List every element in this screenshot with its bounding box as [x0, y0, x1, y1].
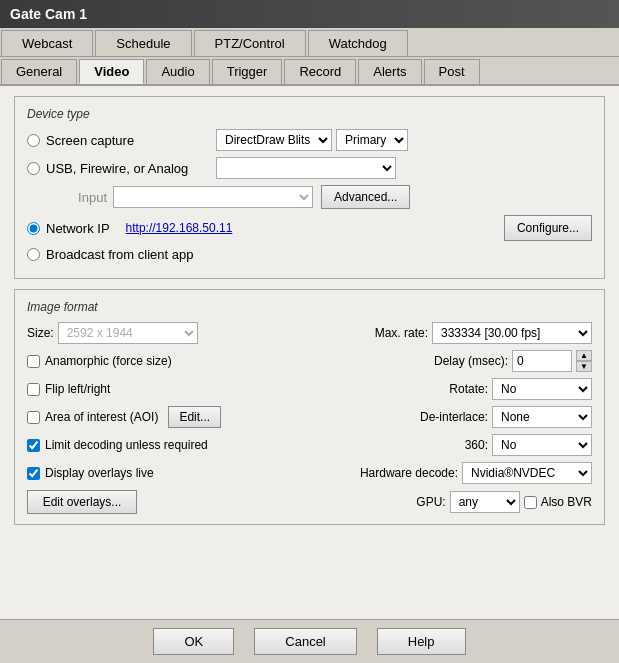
broadcast-row: Broadcast from client app — [27, 247, 592, 262]
delay-up-btn[interactable]: ▲ — [576, 350, 592, 361]
also-bvr-label: Also BVR — [541, 495, 592, 509]
size-label: Size: — [27, 326, 54, 340]
help-button[interactable]: Help — [377, 628, 466, 655]
image-format-title: Image format — [27, 300, 592, 314]
sub-tab-record[interactable]: Record — [284, 59, 356, 84]
deinterlace-label: De-interlace: — [420, 410, 488, 424]
usb-row: USB, Firewire, or Analog — [27, 157, 592, 179]
hw-decode-label: Hardware decode: — [360, 466, 458, 480]
network-ip-radio[interactable] — [27, 222, 40, 235]
flip-label: Flip left/right — [45, 382, 110, 396]
display-overlays-checkbox[interactable] — [27, 467, 40, 480]
content-area: Device type Screen capture DirectDraw Bl… — [0, 86, 619, 649]
main-tab-ptzcontrol[interactable]: PTZ/Control — [194, 30, 306, 56]
hw-decode-select[interactable]: Nvidia®NVDEC — [462, 462, 592, 484]
gpu-select[interactable]: any — [450, 491, 520, 513]
usb-label: USB, Firewire, or Analog — [46, 161, 206, 176]
directdraw-select[interactable]: DirectDraw Blits — [216, 129, 332, 151]
sub-tab-alerts[interactable]: Alerts — [358, 59, 421, 84]
configure-button[interactable]: Configure... — [504, 215, 592, 241]
display-overlays-label: Display overlays live — [45, 466, 154, 480]
main-tabs: Webcast Schedule PTZ/Control Watchdog — [0, 28, 619, 57]
anamorphic-checkbox[interactable] — [27, 355, 40, 368]
screen-capture-row: Screen capture DirectDraw Blits Primary — [27, 129, 592, 151]
sub-tabs: General Video Audio Trigger Record Alert… — [0, 57, 619, 86]
input-select[interactable] — [113, 186, 313, 208]
rotate-select[interactable]: No — [492, 378, 592, 400]
network-ip-row: Network IP http://192.168.50.11 Configur… — [27, 215, 592, 241]
sub-tab-post[interactable]: Post — [424, 59, 480, 84]
screen-capture-label: Screen capture — [46, 133, 206, 148]
edit-aoi-button[interactable]: Edit... — [168, 406, 221, 428]
primary-select[interactable]: Primary — [336, 129, 408, 151]
broadcast-label: Broadcast from client app — [46, 247, 206, 262]
limit-decoding-checkbox[interactable] — [27, 439, 40, 452]
advanced-button[interactable]: Advanced... — [321, 185, 410, 209]
max-rate-select[interactable]: 333334 [30.00 fps] — [432, 322, 592, 344]
device-type-section: Device type Screen capture DirectDraw Bl… — [14, 96, 605, 279]
size-select[interactable]: 2592 x 1944 — [58, 322, 198, 344]
broadcast-radio[interactable] — [27, 248, 40, 261]
title-bar: Gate Cam 1 — [0, 0, 619, 28]
anamorphic-label: Anamorphic (force size) — [45, 354, 172, 368]
delay-down-btn[interactable]: ▼ — [576, 361, 592, 372]
sub-tab-audio[interactable]: Audio — [146, 59, 209, 84]
ok-button[interactable]: OK — [153, 628, 234, 655]
flip-checkbox[interactable] — [27, 383, 40, 396]
device-type-title: Device type — [27, 107, 592, 121]
rotate-label: Rotate: — [449, 382, 488, 396]
usb-radio[interactable] — [27, 162, 40, 175]
gpu-label: GPU: — [416, 495, 445, 509]
image-format-section: Image format Size: 2592 x 1944 Max. rate… — [14, 289, 605, 525]
sub-tab-trigger[interactable]: Trigger — [212, 59, 283, 84]
usb-device-select[interactable] — [216, 157, 396, 179]
edit-overlays-button[interactable]: Edit overlays... — [27, 490, 137, 514]
aoi-checkbox[interactable] — [27, 411, 40, 424]
deinterlace-select[interactable]: None — [492, 406, 592, 428]
network-ip-label: Network IP — [46, 221, 110, 236]
network-ip-link[interactable]: http://192.168.50.11 — [126, 221, 233, 235]
delay-label: Delay (msec): — [434, 354, 508, 368]
input-row: Input Advanced... — [27, 185, 592, 209]
title-text: Gate Cam 1 — [10, 6, 87, 22]
main-tab-schedule[interactable]: Schedule — [95, 30, 191, 56]
360-select[interactable]: No — [492, 434, 592, 456]
main-tab-watchdog[interactable]: Watchdog — [308, 30, 408, 56]
sub-tab-general[interactable]: General — [1, 59, 77, 84]
cancel-button[interactable]: Cancel — [254, 628, 356, 655]
input-label: Input — [47, 190, 107, 205]
main-tab-webcast[interactable]: Webcast — [1, 30, 93, 56]
max-rate-label: Max. rate: — [375, 326, 428, 340]
screen-capture-radio[interactable] — [27, 134, 40, 147]
bottom-bar: OK Cancel Help — [0, 619, 619, 663]
sub-tab-video[interactable]: Video — [79, 59, 144, 84]
also-bvr-checkbox[interactable] — [524, 496, 537, 509]
delay-input[interactable] — [512, 350, 572, 372]
limit-decoding-label: Limit decoding unless required — [45, 438, 208, 452]
360-label: 360: — [465, 438, 488, 452]
aoi-label: Area of interest (AOI) — [45, 410, 158, 424]
